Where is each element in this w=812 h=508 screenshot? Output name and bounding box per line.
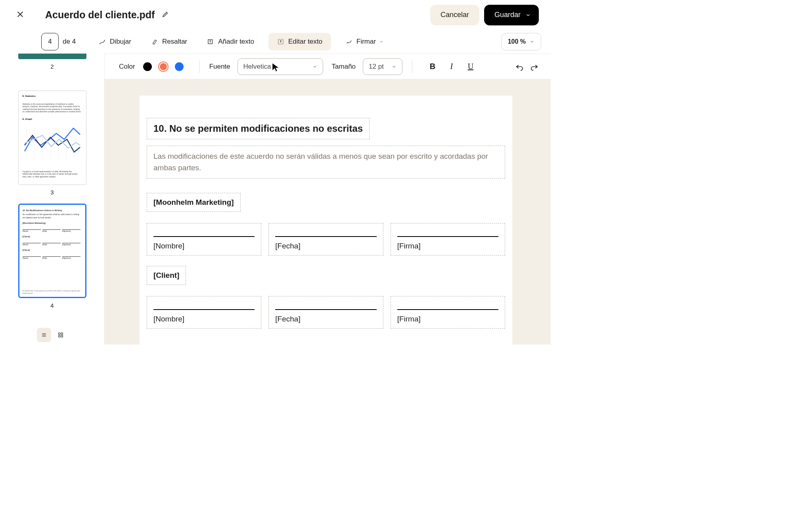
size-label: Tamaño	[332, 63, 356, 71]
grid-icon	[57, 332, 64, 338]
svg-rect-10	[61, 333, 63, 335]
signature-line	[275, 303, 376, 310]
underline-button[interactable]: U	[463, 59, 478, 74]
signature-label: [Firma]	[397, 242, 498, 250]
svg-rect-12	[61, 335, 63, 337]
close-icon[interactable]	[16, 10, 25, 20]
thumbnail-page3[interactable]: 8. Statistics Statistics is the study an…	[18, 90, 86, 185]
thumb3-para1: Statistics is the study and application …	[19, 99, 86, 114]
thumb4-heading: 10. No Modifications Unless in Writing	[23, 209, 82, 212]
view-toggle	[0, 325, 104, 344]
editable-company[interactable]: [Moonhelm Marketing]	[147, 193, 241, 212]
highlight-icon	[151, 38, 158, 45]
thumbnail-page2-number: 2	[50, 63, 54, 70]
signature-line	[275, 230, 376, 237]
size-dropdown[interactable]: 12 pt	[363, 58, 402, 75]
draw-icon	[99, 38, 106, 45]
chevron-down-icon	[530, 39, 534, 44]
editable-paragraph[interactable]: Las modificaciones de este acuerdo no se…	[147, 146, 505, 179]
sign-icon	[345, 38, 352, 45]
font-label: Fuente	[209, 63, 230, 71]
zoom-dropdown[interactable]: 100 %	[501, 33, 541, 50]
name-label: [Nombre]	[153, 315, 255, 323]
color-swatch-black[interactable]	[143, 62, 152, 71]
tool-add-text[interactable]: Añadir texto	[201, 34, 260, 50]
signature-row-2: [Nombre] [Fecha] [Firma]	[147, 296, 505, 329]
document-page: 10. No se permiten modificaciones no esc…	[140, 96, 512, 344]
main-area: 2 8. Statistics Statistics is the study …	[0, 54, 551, 344]
signature-row-1: [Nombre] [Fecha] [Firma]	[147, 223, 505, 256]
signature-sign-field[interactable]: [Firma]	[391, 296, 505, 329]
signature-line	[397, 303, 498, 310]
undo-icon[interactable]	[515, 62, 524, 71]
color-swatches	[143, 62, 190, 72]
signature-name-field[interactable]: [Nombre]	[147, 296, 261, 329]
font-dropdown[interactable]: Helvetica	[237, 58, 323, 75]
color-label: Color	[119, 63, 135, 71]
title-bar: Acuerdo del cliente.pdf Cancelar Guardar	[0, 0, 551, 30]
tool-edit-text-label: Editar texto	[288, 38, 322, 46]
format-bar: Color Fuente Helvetica Tamaño 12 pt B I	[105, 54, 551, 79]
thumb3-chart	[19, 122, 86, 166]
tool-sign[interactable]: Firmar	[340, 34, 389, 50]
color-swatch-orange[interactable]	[158, 62, 169, 72]
page-count-label: de 4	[63, 38, 76, 46]
tool-highlight-label: Resaltar	[162, 38, 187, 46]
thumbnail-sidebar: 2 8. Statistics Statistics is the study …	[0, 54, 105, 344]
size-value: 12 pt	[369, 63, 384, 71]
thumbnail-page4-number: 4	[50, 302, 54, 309]
italic-button[interactable]: I	[444, 59, 459, 74]
tool-highlight[interactable]: Resaltar	[146, 34, 193, 50]
main-toolbar: 4 de 4 Dibujar Resaltar Añadir texto Edi…	[0, 30, 551, 54]
date-label: [Fecha]	[275, 315, 376, 323]
thumb4-client: [Client]	[23, 235, 82, 238]
list-icon	[41, 332, 47, 338]
signature-sign-field[interactable]: [Firma]	[391, 223, 505, 256]
tool-add-text-label: Añadir texto	[218, 38, 254, 46]
signature-line	[397, 230, 498, 237]
document-title: Acuerdo del cliente.pdf	[45, 9, 155, 21]
signature-line	[153, 230, 255, 237]
thumb3-heading1: 8. Statistics	[19, 91, 86, 99]
editable-heading[interactable]: 10. No se permiten modificaciones no esc…	[147, 118, 370, 139]
font-value: Helvetica	[243, 63, 271, 71]
color-swatch-blue[interactable]	[175, 62, 184, 71]
tool-edit-text[interactable]: Editar texto	[268, 33, 331, 50]
divider	[199, 60, 200, 73]
signature-name-field[interactable]: [Nombre]	[147, 223, 261, 256]
view-grid-button[interactable]	[54, 328, 68, 342]
page-number-input[interactable]: 4	[41, 33, 59, 50]
bold-button[interactable]: B	[425, 59, 440, 74]
signature-label: [Firma]	[397, 315, 498, 323]
chevron-down-icon	[392, 64, 396, 69]
history-controls	[509, 62, 539, 71]
rename-icon[interactable]	[162, 11, 169, 19]
date-label: [Fecha]	[275, 242, 376, 250]
editable-client[interactable]: [Client]	[147, 266, 186, 285]
editor-canvas: Color Fuente Helvetica Tamaño 12 pt B I	[105, 54, 551, 344]
thumb3-para2: A graph is a visual representation of da…	[19, 166, 86, 179]
edit-text-icon	[277, 38, 284, 45]
chevron-down-icon	[379, 39, 384, 44]
thumb4-para: No modification on this agreement shall …	[23, 213, 82, 219]
save-button-label: Guardar	[494, 11, 521, 19]
thumb4-client2: [Client]	[23, 248, 82, 252]
thumbnail-page2-edge[interactable]	[18, 54, 86, 59]
zoom-value: 100 %	[508, 38, 526, 45]
add-text-icon	[207, 38, 214, 45]
thumbnail-page4[interactable]: 10. No Modifications Unless in Writing N…	[18, 204, 86, 298]
chevron-down-icon	[312, 64, 317, 69]
cancel-button[interactable]: Cancelar	[430, 5, 479, 25]
view-list-button[interactable]	[37, 328, 51, 342]
tool-draw[interactable]: Dibujar	[93, 34, 137, 50]
tool-sign-label: Firmar	[356, 38, 376, 46]
signature-date-field[interactable]: [Fecha]	[268, 296, 383, 329]
signature-date-field[interactable]: [Fecha]	[268, 223, 383, 256]
thumb4-footer: No modification on this agreement shall …	[23, 290, 82, 294]
save-button[interactable]: Guardar	[484, 5, 539, 25]
svg-rect-11	[58, 335, 60, 337]
redo-icon[interactable]	[530, 62, 539, 71]
divider	[412, 60, 412, 73]
thumb3-heading2: 9. Graph	[19, 114, 86, 122]
chevron-down-icon	[525, 12, 531, 18]
